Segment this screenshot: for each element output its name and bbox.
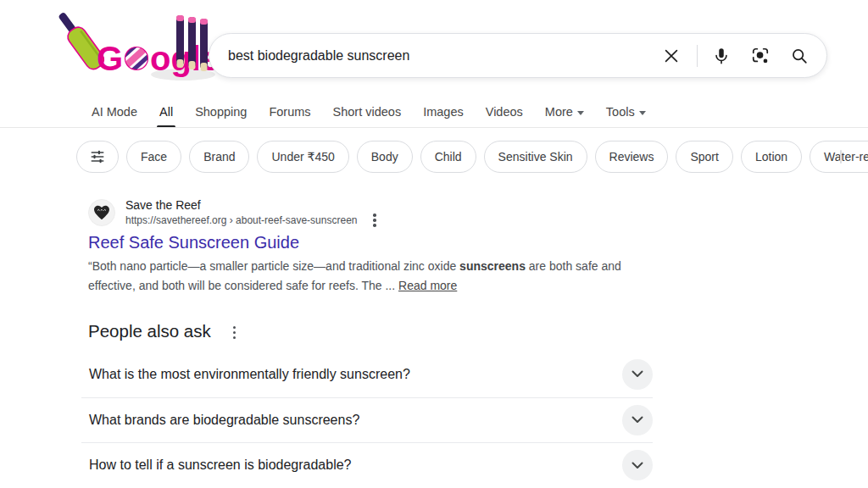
chevron-down-icon (632, 462, 643, 469)
site-favicon (88, 199, 115, 226)
results-tab-bar: AI Mode All Shopping Forums Short videos… (92, 100, 646, 125)
read-more-link[interactable]: Read more (398, 279, 457, 292)
chevron-down-icon (632, 416, 643, 424)
chip-sport[interactable]: Sport (676, 141, 732, 173)
chip-brand[interactable]: Brand (189, 141, 249, 173)
paa-more-options-icon[interactable] (231, 324, 238, 341)
paa-question-row[interactable]: What brands are biodegradable sunscreens… (81, 397, 653, 443)
chip-body[interactable]: Body (357, 141, 413, 173)
filter-chip-row: Face Brand Under ₹450 Body Child Sensiti… (76, 141, 868, 173)
chip-child[interactable]: Child (420, 141, 476, 173)
clear-icon[interactable] (661, 46, 682, 66)
site-url: https://savethereef.org › about-reef-sav… (125, 213, 357, 228)
google-lens-icon[interactable] (750, 46, 771, 66)
site-text-block: Save the Reef https://savethereef.org › … (125, 197, 357, 228)
chip-under-450[interactable]: Under ₹450 (257, 141, 348, 173)
result-title-link[interactable]: Reef Safe Sunscreen Guide (88, 233, 299, 252)
snippet-bold-term: sunscreens (459, 259, 526, 273)
chevron-down-icon (577, 111, 584, 115)
chevron-down-icon (639, 111, 646, 115)
paa-question-row[interactable]: How to tell if a sunscreen is biodegrada… (81, 442, 653, 488)
searchbar-divider (697, 45, 698, 67)
search-bar[interactable]: best biodegradable sunscreen (209, 33, 827, 78)
tab-short-videos[interactable]: Short videos (333, 105, 402, 120)
mic-icon[interactable] (711, 46, 732, 66)
people-also-ask-header: People also ask (88, 321, 237, 341)
people-also-ask-title: People also ask (88, 321, 211, 341)
google-doodle-graphic: G ogle (47, 5, 220, 90)
google-doodle-logo[interactable]: G ogle (47, 5, 220, 90)
tab-forums[interactable]: Forums (269, 105, 310, 120)
result-snippet: “Both nano particle—a smaller particle s… (88, 257, 652, 296)
chip-lotion[interactable]: Lotion (741, 141, 802, 173)
site-name: Save the Reef (125, 197, 357, 213)
search-icon[interactable] (789, 46, 810, 66)
people-also-ask-list: What is the most environmentally friendl… (81, 352, 653, 488)
header-divider (0, 127, 868, 128)
tune-icon (89, 148, 106, 165)
tab-more[interactable]: More (545, 105, 584, 120)
chip-sensitive-skin[interactable]: Sensitive Skin (484, 141, 587, 173)
paa-question-row[interactable]: What is the most environmentally friendl… (81, 352, 653, 397)
tab-shopping[interactable]: Shopping (195, 105, 247, 120)
chip-reviews[interactable]: Reviews (595, 141, 669, 173)
result-source-header[interactable]: Save the Reef https://savethereef.org › … (88, 197, 357, 228)
tab-all[interactable]: All (159, 105, 173, 120)
tab-videos[interactable]: Videos (486, 105, 523, 120)
chip-row-separator (840, 150, 842, 164)
logo-letter-g: G (97, 40, 123, 77)
expand-question-button[interactable] (622, 359, 653, 390)
heart-icon (93, 205, 110, 220)
expand-question-button[interactable] (622, 450, 653, 480)
expand-question-button[interactable] (622, 405, 653, 435)
cricket-stumps-icon (176, 15, 208, 71)
search-input[interactable]: best biodegradable sunscreen (228, 48, 661, 64)
tab-images[interactable]: Images (423, 105, 464, 120)
tune-filter-button[interactable] (76, 141, 119, 173)
tab-tools[interactable]: Tools (606, 105, 646, 120)
chip-face[interactable]: Face (126, 141, 181, 173)
chevron-down-icon (632, 370, 643, 378)
tab-ai-mode[interactable]: AI Mode (92, 105, 137, 120)
chip-water-resistant[interactable]: Water-resistant (810, 141, 868, 173)
result-more-options-icon[interactable] (371, 212, 378, 229)
